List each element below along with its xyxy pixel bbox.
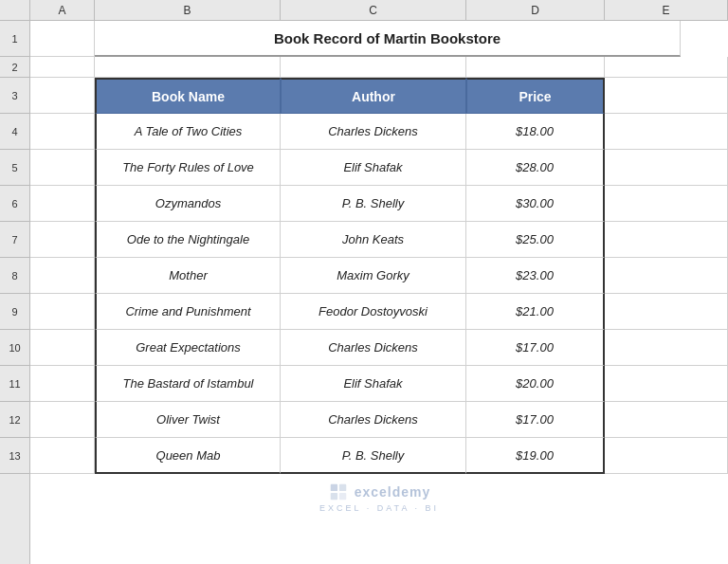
main-area: 1 2 3 4 5 6 7 8 9 10 11 12 13 Book Recor…	[0, 21, 728, 564]
cell-9d: $21.00	[466, 294, 605, 330]
svg-rect-3	[339, 493, 346, 500]
row-num-12: 12	[0, 402, 29, 438]
cell-11a	[30, 366, 95, 402]
row-num-10: 10	[0, 330, 29, 366]
row-1: Book Record of Martin Bookstore	[30, 21, 728, 57]
table-row: The Bastard of Istambul Elif Shafak $20.…	[30, 366, 728, 402]
cell-8c: Maxim Gorky	[281, 258, 466, 294]
cell-12b: Oliver Twist	[95, 402, 281, 438]
table-row: Ozymandos P. B. Shelly $30.00	[30, 186, 728, 222]
row-num-9: 9	[0, 294, 29, 330]
cell-11e	[605, 366, 728, 402]
cell-10e	[605, 330, 728, 366]
cell-7e	[605, 222, 728, 258]
row-num-3: 3	[0, 78, 29, 114]
cell-4e	[605, 114, 728, 150]
row-num-13: 13	[0, 438, 29, 474]
cell-6b: Ozymandos	[95, 186, 281, 222]
cell-7b: Ode to the Nightingale	[95, 222, 281, 258]
cell-13c: P. B. Shelly	[281, 438, 466, 474]
cell-4d: $18.00	[466, 114, 605, 150]
cell-3a	[30, 78, 95, 114]
col-header-d: D	[466, 0, 605, 20]
table-row: Mother Maxim Gorky $23.00	[30, 258, 728, 294]
cell-8a	[30, 258, 95, 294]
cell-7c: John Keats	[281, 222, 466, 258]
row-numbers: 1 2 3 4 5 6 7 8 9 10 11 12 13	[0, 21, 30, 564]
row-2	[30, 57, 728, 78]
cell-5e	[605, 150, 728, 186]
cell-9b: Crime and Punishment	[95, 294, 281, 330]
watermark: exceldemy EXCEL · DATA · BI	[319, 482, 439, 513]
cell-2d	[466, 57, 605, 78]
row-num-11: 11	[0, 366, 29, 402]
cell-7d: $25.00	[466, 222, 605, 258]
table-row: Great Expectations Charles Dickens $17.0…	[30, 330, 728, 366]
watermark-area: exceldemy EXCEL · DATA · BI	[30, 474, 728, 517]
cell-10c: Charles Dickens	[281, 330, 466, 366]
cell-5b: The Forty Rules of Love	[95, 150, 281, 186]
table-row: The Forty Rules of Love Elif Shafak $28.…	[30, 150, 728, 186]
cell-6a	[30, 186, 95, 222]
cell-10d: $17.00	[466, 330, 605, 366]
cell-4b: A Tale of Two Cities	[95, 114, 281, 150]
watermark-logo: exceldemy	[328, 482, 431, 502]
cell-10b: Great Expectations	[95, 330, 281, 366]
table-row: A Tale of Two Cities Charles Dickens $18…	[30, 114, 728, 150]
spreadsheet: A B C D E 1 2 3 4 5 6 7 8 9 10 11 12 13	[0, 0, 728, 564]
cell-4c: Charles Dickens	[281, 114, 466, 150]
cell-8d: $23.00	[466, 258, 605, 294]
cell-11b: The Bastard of Istambul	[95, 366, 281, 402]
cell-5d: $28.00	[466, 150, 605, 186]
header-price: Price	[466, 78, 605, 114]
cell-2c	[281, 57, 466, 78]
row-num-2: 2	[0, 57, 29, 78]
cell-6e	[605, 186, 728, 222]
corner-cell	[0, 0, 30, 20]
table-row: Crime and Punishment Feodor Dostoyvoski …	[30, 294, 728, 330]
watermark-sub: EXCEL · DATA · BI	[319, 503, 439, 513]
cell-8b: Mother	[95, 258, 281, 294]
cell-12a	[30, 402, 95, 438]
cell-13d: $19.00	[466, 438, 605, 474]
cell-9e	[605, 294, 728, 330]
row-3-header: Book Name Author Price	[30, 78, 728, 114]
cell-6c: P. B. Shelly	[281, 186, 466, 222]
cell-5c: Elif Shafak	[281, 150, 466, 186]
cell-11d: $20.00	[466, 366, 605, 402]
row-num-5: 5	[0, 150, 29, 186]
grid: Book Record of Martin Bookstore Book Nam…	[30, 21, 728, 564]
cell-1a	[30, 21, 95, 57]
cell-2e	[605, 57, 728, 78]
row-num-1: 1	[0, 21, 29, 57]
cell-11c: Elif Shafak	[281, 366, 466, 402]
col-header-e: E	[605, 0, 728, 20]
svg-rect-1	[339, 484, 346, 491]
svg-rect-2	[330, 493, 337, 500]
cell-12c: Charles Dickens	[281, 402, 466, 438]
cell-9a	[30, 294, 95, 330]
cell-7a	[30, 222, 95, 258]
watermark-name: exceldemy	[355, 484, 431, 500]
cell-2b	[95, 57, 281, 78]
svg-rect-0	[330, 484, 337, 491]
table-row: Ode to the Nightingale John Keats $25.00	[30, 222, 728, 258]
exceldemy-icon	[328, 482, 349, 502]
row-num-8: 8	[0, 258, 29, 294]
header-author: Author	[281, 78, 466, 114]
col-header-a: A	[30, 0, 95, 20]
cell-5a	[30, 150, 95, 186]
cell-2a	[30, 57, 95, 78]
cell-12e	[605, 402, 728, 438]
cell-4a	[30, 114, 95, 150]
row-num-7: 7	[0, 222, 29, 258]
row-num-4: 4	[0, 114, 29, 150]
cell-8e	[605, 258, 728, 294]
cell-13b: Queen Mab	[95, 438, 281, 474]
cell-13e	[605, 438, 728, 474]
cell-13a	[30, 438, 95, 474]
row-num-6: 6	[0, 186, 29, 222]
cell-12d: $17.00	[466, 402, 605, 438]
title-cell: Book Record of Martin Bookstore	[95, 21, 681, 57]
cell-9c: Feodor Dostoyvoski	[281, 294, 466, 330]
